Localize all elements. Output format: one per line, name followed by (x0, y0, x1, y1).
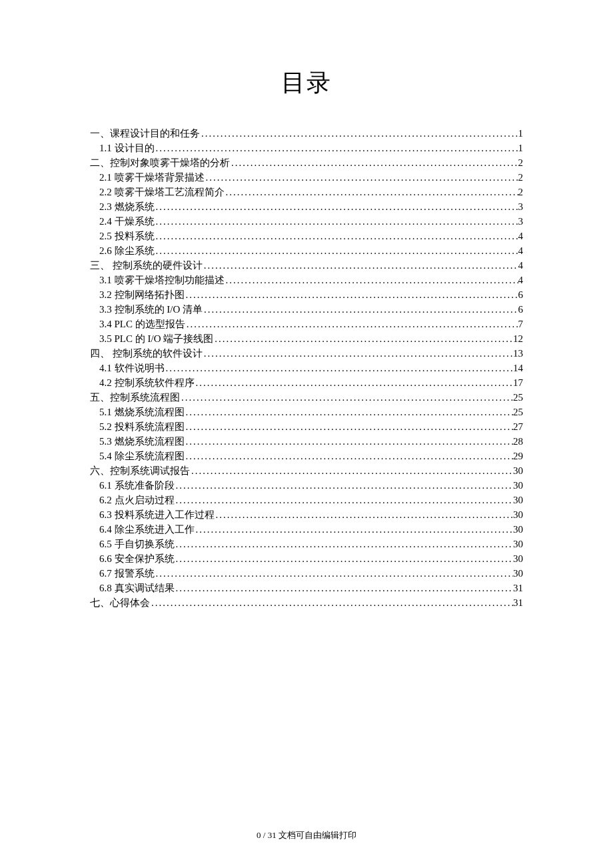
toc-entry-label: 4.1 软件说明书 (99, 361, 165, 375)
toc-entry-page: 3 (518, 214, 524, 229)
toc-entry-page: 4 (518, 273, 524, 287)
toc-leader-dots (185, 434, 514, 449)
toc-entry-page: 14 (513, 361, 523, 375)
toc-leader-dots (203, 346, 513, 361)
toc-entry: 6.5 手自切换系统30 (90, 537, 523, 551)
toc-leader-dots (225, 185, 518, 199)
toc-leader-dots (200, 126, 518, 141)
toc-entry-page: 30 (513, 478, 523, 493)
toc-entry: 2.2 喷雾干燥塔工艺流程简介2 (90, 185, 523, 199)
toc-entry-label: 6.1 系统准备阶段 (99, 478, 175, 493)
toc-entry-page: 4 (518, 243, 524, 258)
toc-entry: 4.2 控制系统软件程序17 (90, 375, 523, 390)
toc-entry-page: 17 (513, 375, 523, 390)
toc-leader-dots (203, 258, 518, 273)
toc-entry: 2.4 干燥系统3 (90, 214, 523, 229)
toc-entry-page: 2 (518, 185, 524, 199)
toc-entry-page: 1 (518, 126, 524, 141)
toc-entry: 2.1 喷雾干燥塔背景描述2 (90, 170, 523, 185)
toc-entry-page: 29 (513, 449, 523, 463)
toc-entry-label: 3.1 喷雾干燥塔控制功能描述 (99, 273, 225, 287)
toc-entry-page: 31 (513, 595, 523, 610)
toc-entry-page: 6 (518, 287, 524, 302)
toc-entry-page: 30 (513, 551, 523, 566)
toc-entry-page: 30 (513, 493, 523, 507)
toc-entry-page: 30 (513, 537, 523, 551)
toc-entry-label: 一、课程设计目的和任务 (90, 126, 200, 141)
toc-entry-page: 30 (513, 463, 523, 478)
toc-leader-dots (175, 551, 514, 566)
toc-entry: 6.3 投料系统进入工作过程30 (90, 507, 523, 522)
toc-leader-dots (185, 405, 514, 419)
toc-leader-dots (213, 331, 513, 346)
page-footer: 0 / 31 文档可自由编辑打印 (0, 829, 613, 841)
toc-entry-page: 13 (513, 346, 523, 361)
toc-entry-page: 28 (513, 434, 523, 449)
toc-leader-dots (155, 214, 518, 229)
toc-entry-page: 27 (513, 419, 523, 434)
toc-entry: 3.1 喷雾干燥塔控制功能描述4 (90, 273, 523, 287)
toc-leader-dots (175, 493, 514, 507)
toc-entry-label: 5.2 投料系统流程图 (99, 419, 185, 434)
toc-leader-dots (155, 243, 518, 258)
toc-list: 一、课程设计目的和任务11.1 设计目的1二、控制对象喷雾干燥塔的分析22.1 … (90, 126, 523, 610)
toc-entry: 6.6 安全保护系统30 (90, 551, 523, 566)
toc-entry-label: 6.4 除尘系统进入工作 (99, 522, 195, 537)
toc-entry: 5.2 投料系统流程图27 (90, 419, 523, 434)
toc-entry-page: 6 (518, 302, 524, 317)
toc-entry: 二、控制对象喷雾干燥塔的分析2 (90, 155, 523, 170)
toc-entry: 6.4 除尘系统进入工作30 (90, 522, 523, 537)
toc-entry-label: 5.4 除尘系统流程图 (99, 449, 185, 463)
toc-entry-label: 七、心得体会 (90, 595, 150, 610)
toc-leader-dots (155, 199, 518, 214)
toc-leader-dots (185, 317, 518, 331)
toc-entry-page: 30 (513, 566, 523, 581)
toc-leader-dots (225, 273, 518, 287)
toc-entry: 3.4 PLC 的选型报告7 (90, 317, 523, 331)
toc-entry-label: 6.5 手自切换系统 (99, 537, 175, 551)
toc-entry-label: 2.4 干燥系统 (99, 214, 155, 229)
toc-entry: 3.5 PLC 的 I/O 端子接线图12 (90, 331, 523, 346)
toc-leader-dots (185, 287, 518, 302)
toc-entry-label: 6.8 真实调试结果 (99, 581, 175, 595)
toc-leader-dots (175, 478, 514, 493)
toc-entry-page: 25 (513, 405, 523, 419)
toc-entry-page: 1 (518, 141, 524, 155)
toc-leader-dots (175, 537, 514, 551)
toc-entry-page: 4 (518, 258, 524, 273)
toc-leader-dots (180, 390, 513, 405)
toc-entry: 四、 控制系统的软件设计13 (90, 346, 523, 361)
toc-entry-label: 二、控制对象喷雾干燥塔的分析 (90, 155, 230, 170)
toc-entry: 6.8 真实调试结果31 (90, 581, 523, 595)
toc-entry: 三、 控制系统的硬件设计4 (90, 258, 523, 273)
toc-leader-dots (205, 170, 518, 185)
toc-leader-dots (155, 566, 514, 581)
toc-entry-page: 30 (513, 522, 523, 537)
toc-entry-label: 4.2 控制系统软件程序 (99, 375, 195, 390)
toc-entry-label: 3.2 控制网络拓扑图 (99, 287, 185, 302)
toc-entry-label: 1.1 设计目的 (99, 141, 155, 155)
toc-title: 目录 (90, 67, 523, 99)
toc-leader-dots (165, 361, 514, 375)
toc-entry-page: 31 (513, 581, 523, 595)
toc-entry-label: 6.6 安全保护系统 (99, 551, 175, 566)
toc-entry-page: 2 (518, 155, 524, 170)
toc-entry: 一、课程设计目的和任务1 (90, 126, 523, 141)
toc-leader-dots (185, 449, 514, 463)
toc-entry: 3.2 控制网络拓扑图6 (90, 287, 523, 302)
toc-leader-dots (150, 595, 513, 610)
toc-entry-label: 5.3 燃烧系统流程图 (99, 434, 185, 449)
toc-entry: 1.1 设计目的1 (90, 141, 523, 155)
toc-entry-label: 三、 控制系统的硬件设计 (90, 258, 203, 273)
toc-entry-label: 3.3 控制系统的 I/O 清单 (99, 302, 203, 317)
toc-leader-dots (195, 375, 514, 390)
toc-entry: 2.3 燃烧系统3 (90, 199, 523, 214)
toc-entry-page: 25 (513, 390, 523, 405)
toc-leader-dots (190, 463, 513, 478)
toc-entry-page: 12 (513, 331, 523, 346)
toc-entry: 5.3 燃烧系统流程图28 (90, 434, 523, 449)
toc-leader-dots (175, 581, 514, 595)
toc-entry-label: 5.1 燃烧系统流程图 (99, 405, 185, 419)
toc-leader-dots (155, 229, 518, 243)
toc-entry-label: 3.4 PLC 的选型报告 (99, 317, 185, 331)
